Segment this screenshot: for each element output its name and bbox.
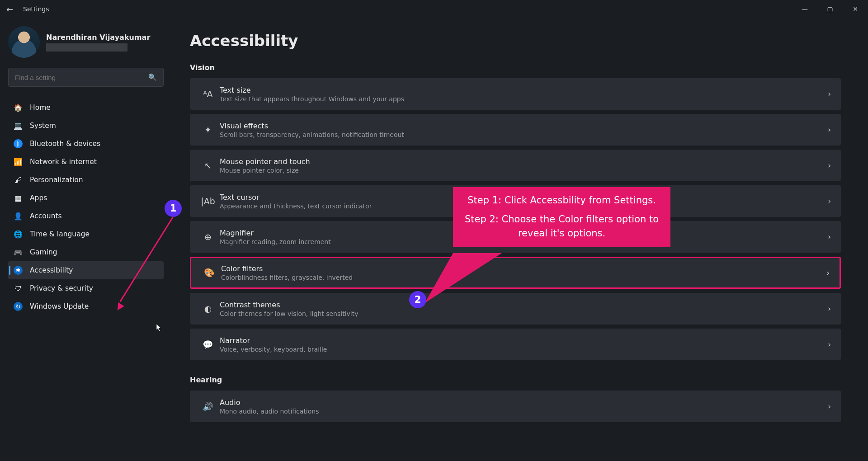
card-title: Narrator — [220, 336, 828, 345]
settings-card-audio[interactable]: 🔊AudioMono audio, audio notifications› — [190, 390, 841, 422]
audio-icon: 🔊 — [200, 401, 216, 412]
user-block[interactable]: Narendhiran Vijayakumar — [8, 26, 164, 58]
sidebar-item-label: Gaming — [30, 248, 57, 256]
titlebar: ← Settings — [0, 0, 868, 18]
sidebar-item-privacy-security[interactable]: 🛡Privacy & security — [8, 279, 164, 297]
bluetooth-icon: ᛒ — [14, 139, 23, 148]
sidebar-item-label: Accounts — [30, 212, 62, 220]
settings-card-visual-effects[interactable]: ✦Visual effectsScroll bars, transparency… — [190, 114, 841, 146]
apps-icon: ▦ — [14, 193, 23, 202]
narrator-icon: 💬 — [200, 339, 216, 350]
card-title: Color filters — [221, 264, 826, 273]
settings-card-mouse-pointer-and-touch[interactable]: ↖Mouse pointer and touchMouse pointer co… — [190, 150, 841, 181]
gaming-icon: 🎮 — [14, 248, 23, 257]
user-name: Narendhiran Vijayakumar — [46, 33, 150, 42]
callout-line: Step 1: Click Accessbility from Settings… — [465, 193, 659, 208]
sidebar-item-label: Home — [30, 103, 51, 112]
sidebar-item-label: Personalization — [30, 176, 83, 184]
settings-card-contrast-themes[interactable]: ◐Contrast themesColor themes for low vis… — [190, 293, 841, 325]
card-title: Audio — [220, 398, 828, 407]
system-icon: 💻 — [14, 121, 23, 130]
chevron-right-icon: › — [828, 402, 831, 411]
accessibility-icon: ✱ — [14, 266, 23, 275]
callout-line: Step 2: Choose the Color filters option … — [465, 212, 659, 227]
sidebar-item-time-language[interactable]: 🌐Time & language — [8, 225, 164, 243]
settings-card-color-filters[interactable]: 🎨Color filtersColorblindness filters, gr… — [190, 257, 841, 289]
cursor-icon: |Ab — [200, 196, 216, 206]
chevron-right-icon: › — [828, 197, 831, 206]
wifi-icon: 📶 — [14, 157, 23, 166]
avatar — [8, 26, 40, 58]
annotation-marker-2: 2 — [409, 291, 426, 308]
search-box[interactable]: 🔍 — [8, 68, 164, 87]
magnifier-icon: ⊕ — [200, 232, 216, 242]
sidebar-item-personalization[interactable]: 🖌Personalization — [8, 171, 164, 189]
sidebar-item-label: Windows Update — [30, 302, 89, 310]
sidebar-item-gaming[interactable]: 🎮Gaming — [8, 243, 164, 261]
home-icon: 🏠 — [14, 103, 23, 112]
chevron-right-icon: › — [828, 340, 831, 349]
card-title: Mouse pointer and touch — [220, 157, 828, 166]
search-icon: 🔍 — [148, 73, 157, 81]
minimize-button[interactable]: — — [792, 0, 817, 18]
app-title: Settings — [23, 5, 49, 13]
nav-list: 🏠Home💻SystemᛒBluetooth & devices📶Network… — [8, 99, 164, 315]
card-desc: Voice, verbosity, keyboard, braille — [220, 346, 828, 353]
user-email-redacted — [46, 43, 127, 52]
card-title: Visual effects — [220, 122, 828, 130]
callout-line: reveal it's options. — [465, 226, 659, 241]
card-desc: Colorblindness filters, grayscale, inver… — [221, 274, 826, 281]
chevron-right-icon: › — [828, 232, 831, 241]
section-label: Vision — [190, 63, 841, 72]
chevron-right-icon: › — [828, 125, 831, 134]
callout-tail — [425, 253, 506, 307]
card-list: 🔊AudioMono audio, audio notifications› — [190, 390, 841, 422]
sidebar-item-apps[interactable]: ▦Apps — [8, 189, 164, 207]
sidebar-item-home[interactable]: 🏠Home — [8, 99, 164, 117]
card-desc: Scroll bars, transparency, animations, n… — [220, 131, 828, 138]
window-controls: — ▢ ✕ — [792, 0, 868, 18]
mouse-cursor — [156, 324, 162, 332]
annotation-marker-1: 1 — [165, 200, 182, 217]
card-desc: Color themes for low vision, light sensi… — [220, 310, 828, 317]
shield-icon: 🛡 — [14, 284, 23, 293]
close-button[interactable]: ✕ — [843, 0, 868, 18]
card-desc: Mouse pointer color, size — [220, 167, 828, 174]
account-icon: 👤 — [14, 212, 23, 221]
page-title: Accessibility — [190, 32, 841, 50]
sidebar-item-label: Apps — [30, 194, 47, 202]
search-input[interactable] — [15, 74, 148, 81]
sidebar: Narendhiran Vijayakumar 🔍 🏠Home💻SystemᛒB… — [0, 18, 172, 461]
contrast-icon: ◐ — [200, 304, 216, 314]
settings-card-narrator[interactable]: 💬NarratorVoice, verbosity, keyboard, bra… — [190, 329, 841, 360]
sidebar-item-label: Accessibility — [30, 266, 73, 274]
back-arrow-icon[interactable]: ← — [6, 5, 13, 14]
sidebar-item-windows-update[interactable]: ↻Windows Update — [8, 297, 164, 315]
sidebar-item-label: Bluetooth & devices — [30, 140, 100, 148]
annotation-callout: Step 1: Click Accessbility from Settings… — [453, 187, 670, 247]
chevron-right-icon: › — [826, 268, 830, 278]
card-title: Contrast themes — [220, 301, 828, 309]
maximize-button[interactable]: ▢ — [817, 0, 843, 18]
chevron-right-icon: › — [828, 89, 831, 99]
section-label: Hearing — [190, 376, 841, 384]
sparkle-icon: ✦ — [200, 125, 216, 135]
settings-card-text-size[interactable]: ᴬAText sizeText size that appears throug… — [190, 78, 841, 110]
globe-icon: 🌐 — [14, 230, 23, 239]
brush-icon: 🖌 — [14, 175, 23, 184]
chevron-right-icon: › — [828, 304, 831, 313]
sidebar-item-network-internet[interactable]: 📶Network & internet — [8, 153, 164, 171]
pointer-icon: ↖ — [200, 160, 216, 170]
sidebar-item-label: Time & language — [30, 230, 90, 238]
card-title: Text size — [220, 86, 828, 94]
sidebar-item-bluetooth-devices[interactable]: ᛒBluetooth & devices — [8, 135, 164, 153]
sidebar-item-system[interactable]: 💻System — [8, 117, 164, 135]
sidebar-item-label: Privacy & security — [30, 284, 93, 292]
text-size-icon: ᴬA — [200, 89, 216, 99]
update-icon: ↻ — [14, 302, 23, 311]
card-desc: Text size that appears throughout Window… — [220, 95, 828, 103]
sidebar-item-accounts[interactable]: 👤Accounts — [8, 207, 164, 225]
palette-icon: 🎨 — [201, 268, 217, 278]
svg-marker-0 — [425, 253, 502, 303]
card-desc: Mono audio, audio notifications — [220, 408, 828, 415]
